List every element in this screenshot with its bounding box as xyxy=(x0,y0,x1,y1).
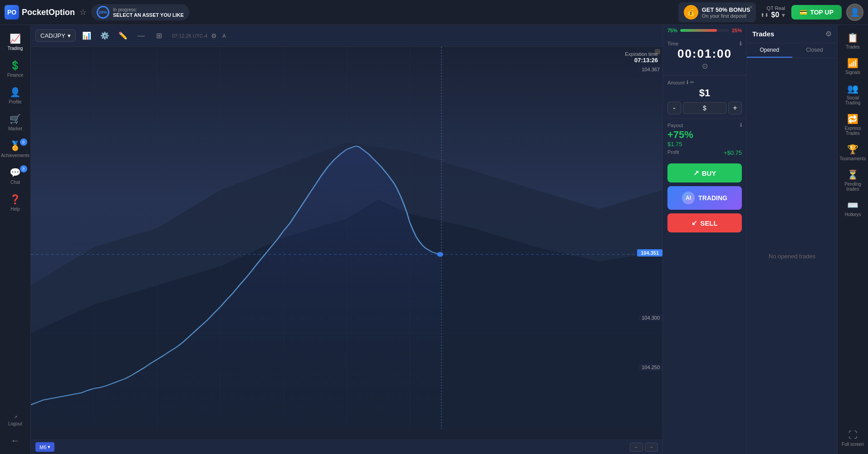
sell-button[interactable]: ↙ SELL xyxy=(667,213,742,232)
payout-amt: $1.75 xyxy=(667,141,742,148)
expiry-section: Time ℹ 00:01:00 ⊙ xyxy=(663,36,746,75)
progress-circle: 20% xyxy=(97,6,109,19)
tf-label: M6 xyxy=(39,444,46,450)
user-avatar[interactable]: 👤 xyxy=(846,4,863,21)
svg-point-11 xyxy=(437,252,443,257)
fullscreen-button[interactable]: ⛶ Full screen xyxy=(839,426,867,450)
sidebar-item-arrows[interactable]: ← xyxy=(2,432,29,449)
sidebar-item-market[interactable]: 🛒 Market xyxy=(2,110,29,135)
right-item-signals[interactable]: 📶 Signals xyxy=(839,54,867,79)
right-label-signals: Signals xyxy=(845,70,860,75)
right-item-tournaments[interactable]: 🏆 Tournaments xyxy=(839,140,867,165)
asset-dropdown-icon: ▾ xyxy=(68,32,71,39)
logo[interactable]: PO PocketOption xyxy=(5,5,75,20)
bonus-avatar: 💰 xyxy=(684,5,698,20)
chart-type-btn[interactable]: 📊 xyxy=(79,29,94,43)
trading-icon: 📈 xyxy=(10,33,21,44)
peak-price-label: 104.367 xyxy=(639,66,662,73)
right-label-fullscreen: Full screen xyxy=(842,442,864,447)
line-btn[interactable]: — xyxy=(134,29,148,43)
payout-label: Payout xyxy=(667,123,683,128)
sidebar-label-achievements: Achievements xyxy=(1,153,29,158)
sidebar-item-profile[interactable]: 👤 Profile xyxy=(2,83,29,108)
right-item-pending-trades[interactable]: ⏳ Pending trades xyxy=(839,166,867,195)
sidebar-item-chat[interactable]: 💬 Chat 3 xyxy=(2,163,29,188)
profile-icon: 👤 xyxy=(10,87,21,98)
balance-row: ⬆⬇ $0 ▾ xyxy=(760,11,785,19)
timeframe-bar: M6 ▾ ← → xyxy=(31,439,662,454)
sidebar-item-trading[interactable]: 📈 Trading xyxy=(2,30,29,54)
pending-trades-icon: ⏳ xyxy=(847,169,858,180)
buy-button[interactable]: ↗ BUY xyxy=(667,163,742,183)
trades-tabs: Opened Closed xyxy=(747,43,837,58)
draw-btn[interactable]: ✏️ xyxy=(116,29,130,43)
tab-closed[interactable]: Closed xyxy=(792,43,838,58)
main-layout: 📈 Trading 💲 Finance 👤 Profile 🛒 Market 🏅… xyxy=(0,25,868,454)
pct-left: 75% xyxy=(667,28,677,33)
payout-pct: +75% xyxy=(667,129,742,141)
ai-trading-button[interactable]: AI TRADING xyxy=(667,186,742,210)
grid-btn[interactable]: ⊞ xyxy=(152,29,167,43)
logout-button[interactable]: ↗ Logout xyxy=(2,411,29,430)
right-label-express-trades: Express Trades xyxy=(841,126,865,136)
trades-title: Trades xyxy=(752,30,774,38)
trades-gear-icon[interactable]: ⚙ xyxy=(825,30,832,38)
expiry-info-overlay: Expiration time 07:13:26 xyxy=(625,51,658,64)
chart-time-label: 07:12:26 UTC-4 xyxy=(172,33,207,39)
expiry-val: 07:13:26 xyxy=(625,57,658,64)
market-icon: 🛒 xyxy=(10,114,21,124)
sidebar-label-trading: Trading xyxy=(8,46,23,51)
tab-opened[interactable]: Opened xyxy=(747,43,792,58)
sidebar-bottom: ↗ Logout ← xyxy=(0,411,30,449)
timeframe-m6[interactable]: M6 ▾ xyxy=(35,442,54,452)
pct-bar: 75% 25% xyxy=(663,25,746,36)
social-trading-icon: 👥 xyxy=(847,83,858,94)
progress-text: In progress: SELECT AN ASSET YOU LIKE xyxy=(113,7,184,18)
mountain-svg xyxy=(31,47,662,429)
topup-button[interactable]: 💳 TOP UP xyxy=(791,5,842,20)
prev-arrow[interactable]: ← xyxy=(630,443,643,452)
sidebar-label-chat: Chat xyxy=(10,180,20,185)
signals-icon: 📶 xyxy=(847,58,858,69)
logout-icon: ↗ xyxy=(14,415,17,419)
sidebar-item-help[interactable]: ❓ Help xyxy=(2,190,29,215)
next-arrow[interactable]: → xyxy=(645,443,658,452)
no-trades-message: No opened trades xyxy=(747,58,837,454)
settings-icon[interactable]: ⚙ xyxy=(211,32,217,39)
right-item-express-trades[interactable]: 🔁 Express Trades xyxy=(839,110,867,139)
right-item-trades[interactable]: 📋 Trades xyxy=(839,29,867,53)
right-label-trades: Trades xyxy=(846,44,860,49)
bonus-close-icon[interactable]: ✕ xyxy=(749,4,753,10)
right-item-hotkeys[interactable]: ⌨️ Hotkeys xyxy=(839,196,867,221)
amount-minus-btn[interactable]: - xyxy=(667,102,681,114)
right-item-social-trading[interactable]: 👥 Social Trading xyxy=(839,79,867,109)
sidebar-item-finance[interactable]: 💲 Finance xyxy=(2,56,29,81)
amount-plus-btn[interactable]: + xyxy=(728,102,742,114)
amount-currency: $ xyxy=(683,102,726,114)
sidebar-item-achievements[interactable]: 🏅 Achievements 0 xyxy=(2,137,29,162)
balance-dropdown-btn[interactable]: ▾ xyxy=(782,11,785,19)
no-trades-text: No opened trades xyxy=(769,253,815,260)
expiry-clock-icon[interactable]: ⊙ xyxy=(667,62,742,70)
pct-right: 25% xyxy=(732,28,742,33)
chart-canvas: 104.367 104.351 104.300 104.250 Expirati… xyxy=(31,47,662,439)
indicators-btn[interactable]: ⚙️ xyxy=(98,29,112,43)
sell-label: SELL xyxy=(700,219,717,227)
chart-toolbar: CAD/JPY ▾ 📊 ⚙️ ✏️ — ⊞ 07:12:26 UTC-4 ⚙ A xyxy=(31,25,662,47)
progress-banner: 20% In progress: SELECT AN ASSET YOU LIK… xyxy=(91,4,189,20)
arrows-icon: ← xyxy=(11,435,20,446)
progress-label: In progress: xyxy=(113,7,184,12)
right-label-hotkeys: Hotkeys xyxy=(844,212,861,217)
right-sidebar: 📋 Trades 📶 Signals 👥 Social Trading 🔁 Ex… xyxy=(837,25,868,454)
right-label-tournaments: Tournaments xyxy=(840,156,866,161)
chart-indicator-a: A xyxy=(222,33,226,39)
asset-selector[interactable]: CAD/JPY ▾ xyxy=(35,30,76,42)
favorite-icon[interactable]: ☆ xyxy=(79,7,87,17)
sidebar-label-profile: Profile xyxy=(9,99,21,104)
amount-label-text: Amount xyxy=(667,80,685,85)
nav-arrows: ← → xyxy=(630,443,658,452)
mountain-background: 104.367 104.351 104.300 104.250 Expirati… xyxy=(31,47,662,429)
left-sidebar: 📈 Trading 💲 Finance 👤 Profile 🛒 Market 🏅… xyxy=(0,25,31,454)
tournaments-icon: 🏆 xyxy=(847,144,858,155)
logo-icon: PO xyxy=(5,5,19,20)
